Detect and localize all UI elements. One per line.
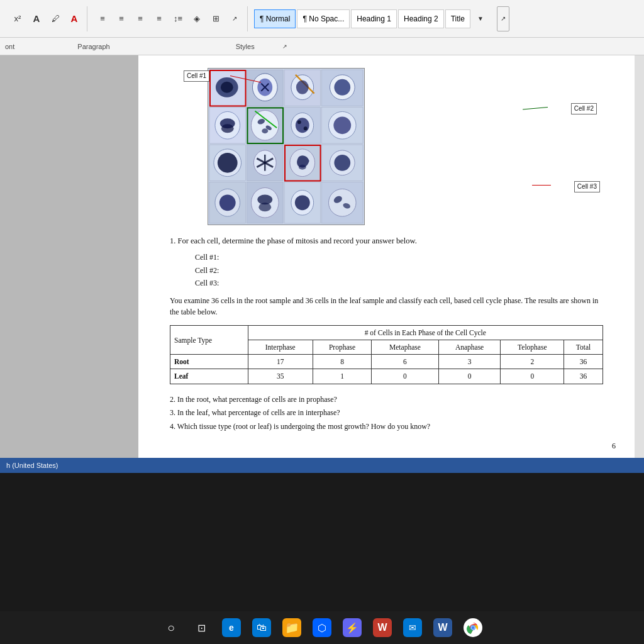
svg-point-68: [472, 626, 475, 630]
expand-icon: ↗: [282, 43, 287, 50]
svg-point-44: [299, 165, 306, 170]
page-number: 6: [612, 441, 616, 452]
question2-text: 2. In the root, what percentage of cells…: [170, 393, 603, 407]
store-icon: 🛍: [252, 618, 271, 637]
leaf-total: 36: [564, 369, 603, 384]
leaf-prophase: 1: [313, 369, 371, 384]
word-bar: ont Paragraph Styles ↗: [0, 38, 644, 55]
cell3-line: [532, 185, 551, 186]
status-bar: h (United States): [0, 458, 644, 473]
root-anaphase: 3: [438, 355, 501, 369]
highlight-button[interactable]: 🖊: [47, 10, 64, 28]
svg-point-57: [295, 195, 310, 210]
superscript-button[interactable]: x²: [9, 10, 26, 28]
taskbar-files[interactable]: 📁: [278, 614, 306, 641]
taskbar-lightning[interactable]: ⚡: [338, 614, 366, 641]
col-header-prophase: Prophase: [313, 340, 371, 355]
font-label: ont: [5, 43, 14, 50]
lightning-icon: ⚡: [343, 618, 362, 637]
align-center-button[interactable]: ≡: [113, 10, 130, 28]
root-label: Root: [170, 355, 248, 369]
svg-point-19: [221, 124, 234, 133]
description-text: You examine 36 cells in the root sample …: [170, 295, 603, 318]
shading-button[interactable]: ◈: [188, 10, 206, 28]
table-row-root: Root 17 8 6 3 2 36: [170, 355, 603, 369]
root-prophase: 8: [313, 355, 371, 369]
justify-button[interactable]: ≡: [150, 10, 168, 28]
taskbar-store[interactable]: 🛍: [248, 614, 275, 641]
taskbar-search[interactable]: ○: [157, 614, 185, 641]
table-row-leaf: Leaf 35 1 0 0 0 36: [170, 369, 603, 384]
svg-point-54: [258, 203, 271, 211]
scroll-bar[interactable]: [635, 55, 644, 458]
style-normal-button[interactable]: ¶ Normal: [254, 9, 296, 28]
cell2-answer: Cell #2:: [195, 265, 603, 276]
svg-point-15: [334, 79, 350, 96]
align-left-button[interactable]: ≡: [94, 10, 111, 28]
style-heading1-button[interactable]: Heading 1: [351, 9, 397, 28]
taskview-icon: ⊡: [192, 618, 211, 637]
outlook-icon: ✉: [403, 618, 422, 637]
cell3-answer: Cell #3:: [195, 278, 603, 289]
styles-launcher-button[interactable]: ↗: [497, 6, 509, 31]
taskbar-word-red[interactable]: W: [369, 614, 396, 641]
col-header-metaphase: Metaphase: [372, 340, 438, 355]
taskbar-dropbox[interactable]: ⬡: [308, 614, 336, 641]
svg-point-30: [304, 126, 308, 130]
paragraph-expand-button[interactable]: ↗: [226, 10, 243, 28]
taskbar-edge[interactable]: e: [218, 614, 245, 641]
font-color-button[interactable]: A: [65, 10, 83, 28]
taskbar-word-blue[interactable]: W: [429, 614, 457, 641]
svg-point-33: [333, 116, 351, 134]
table-header-cells: # of Cells in Each Phase of the Cell Cyc…: [248, 326, 602, 340]
borders-button[interactable]: ⊞: [207, 10, 225, 28]
font-color-a-button[interactable]: A: [28, 10, 45, 28]
left-margin: [0, 55, 138, 458]
cell2-label: Cell #2: [571, 103, 597, 114]
question3-text: 3. In the leaf, what percentage of cells…: [170, 406, 603, 420]
root-metaphase: 6: [372, 355, 438, 369]
style-heading2-button[interactable]: Heading 2: [398, 9, 444, 28]
col-header-total: Total: [564, 340, 603, 355]
svg-point-29: [297, 120, 301, 124]
style-nospace-button[interactable]: ¶ No Spac...: [297, 9, 350, 28]
paragraph-label: Paragraph: [77, 43, 109, 50]
svg-point-50: [219, 194, 236, 211]
style-title-button[interactable]: Title: [445, 9, 470, 28]
question4-text: 4. Which tissue type (root or leaf) is u…: [170, 420, 603, 434]
image-section: Cell #1 Cell #2 Cell #3: [182, 68, 603, 225]
leaf-label: Leaf: [170, 369, 248, 384]
leaf-anaphase: 0: [438, 369, 501, 384]
leaf-telophase: 0: [501, 369, 564, 384]
styles-section: ¶ Normal ¶ No Spac... Heading 1 Heading …: [250, 6, 493, 31]
taskbar-chrome[interactable]: [459, 614, 487, 641]
taskbar-outlook[interactable]: ✉: [399, 614, 426, 641]
svg-point-3: [221, 82, 233, 93]
svg-point-47: [334, 155, 350, 171]
taskbar-taskview[interactable]: ⊡: [187, 614, 215, 641]
table-header-sample: Sample Type: [170, 326, 248, 355]
styles-expand-button[interactable]: ▼: [472, 10, 489, 28]
root-telophase: 2: [501, 355, 564, 369]
leaf-metaphase: 0: [372, 369, 438, 384]
language-indicator: h (United States): [6, 462, 58, 469]
leaf-interphase: 35: [248, 369, 313, 384]
col-header-telophase: Telophase: [501, 340, 564, 355]
document-page[interactable]: Cell #1 Cell #2 Cell #3: [138, 55, 635, 458]
paragraph-section: ≡ ≡ ≡ ≡ ↕≡ ◈ ⊞ ↗: [90, 6, 248, 31]
bottom-questions: 2. In the root, what percentage of cells…: [170, 393, 603, 434]
font-section: x² A 🖊 A: [5, 6, 87, 31]
root-interphase: 17: [248, 355, 313, 369]
line-spacing-button[interactable]: ↕≡: [169, 10, 187, 28]
col-header-anaphase: Anaphase: [438, 340, 501, 355]
content-area: Cell #1 Cell #2 Cell #3: [0, 55, 644, 458]
data-table: Sample Type # of Cells in Each Phase of …: [170, 325, 603, 384]
svg-point-25: [262, 128, 268, 133]
word-red-icon: W: [373, 618, 392, 637]
word-blue-icon: W: [433, 618, 452, 637]
taskbar: ○ ⊡ e 🛍 📁 ⬡ ⚡ W ✉ W: [0, 611, 644, 644]
svg-point-12: [296, 80, 309, 94]
svg-point-36: [218, 153, 238, 173]
svg-point-59: [328, 189, 356, 216]
align-right-button[interactable]: ≡: [131, 10, 149, 28]
